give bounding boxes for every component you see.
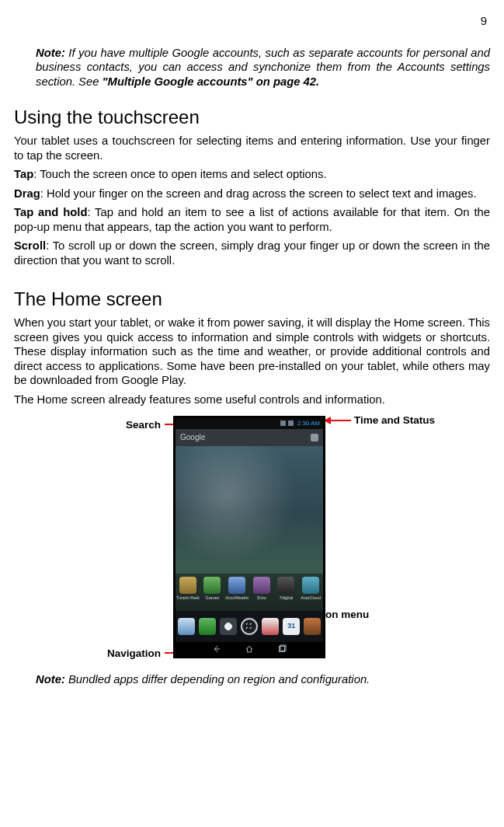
dock-app-2[interactable] [199, 618, 216, 635]
app-zinio[interactable]: Zinio [250, 577, 273, 601]
google-search-bar[interactable]: Google [176, 429, 323, 446]
term-tap-hold: Tap and hold [14, 206, 87, 218]
app-7digital[interactable]: 7digital [274, 577, 297, 601]
navigation-bar [176, 642, 323, 656]
term-scroll: Scroll [14, 239, 46, 252]
top-note: Note: If you have multiple Google accoun… [36, 46, 490, 89]
app-label: 7digital [274, 595, 297, 601]
home-icon[interactable] [244, 644, 255, 654]
recent-icon[interactable] [276, 644, 287, 654]
app-icon [179, 577, 196, 594]
home-p2: The Home screen already features some us… [14, 393, 490, 407]
app-label: Games [200, 595, 224, 601]
callout-search: Search [126, 419, 161, 432]
note-text: Bundled apps differ depending on region … [65, 673, 370, 686]
touchscreen-intro: Your tablet uses a touchscreen for selec… [14, 134, 490, 162]
dock-app-calendar[interactable] [283, 618, 300, 635]
app-label: AcerCloud [299, 595, 322, 601]
app-label: AccuWeather [225, 595, 249, 601]
def-tap: Tap: Touch the screen once to open items… [14, 167, 490, 181]
bottom-note: Note: Bundled apps differ depending on r… [36, 672, 490, 686]
battery-icon [288, 420, 294, 426]
text-scroll: : To scroll up or down the screen, simpl… [14, 239, 490, 266]
app-label: Zinio [250, 595, 273, 601]
text-drag: : Hold your finger on the screen and dra… [40, 187, 477, 200]
app-icon [277, 577, 294, 594]
term-drag: Drag [14, 187, 40, 200]
def-scroll: Scroll: To scroll up or down the screen,… [14, 239, 490, 267]
heading-using-touchscreen: Using the touchscreen [14, 106, 490, 129]
def-tap-hold: Tap and hold: Tap and hold an item to se… [14, 205, 490, 234]
term-tap: Tap [14, 168, 33, 180]
note-label: Note: [36, 47, 65, 59]
favorites-dock [176, 611, 323, 642]
dock-app-gmail[interactable] [262, 618, 279, 635]
note-label: Note: [36, 673, 65, 686]
home-screen-figure: Search Time and Status Application menu … [14, 413, 490, 666]
app-icon [302, 577, 319, 594]
status-bar: 2:30 AM [176, 418, 323, 429]
app-icon [253, 577, 270, 594]
signal-icon [280, 420, 286, 426]
home-p1: When you start your tablet, or wake it f… [14, 316, 490, 387]
status-time: 2:30 AM [297, 420, 320, 427]
app-icon [203, 577, 221, 594]
app-icon [228, 577, 245, 594]
back-icon[interactable] [211, 644, 222, 654]
search-placeholder: Google [180, 433, 205, 443]
widget-app-row: TuneIn Radio Games AccuWeather Zinio 7di… [176, 574, 323, 611]
app-drawer-icon[interactable] [241, 618, 258, 635]
app-label: TuneIn Radio [176, 595, 200, 601]
page-number: 9 [14, 14, 490, 29]
dock-app-play[interactable] [178, 618, 195, 635]
mic-icon[interactable] [311, 434, 318, 441]
callout-time-status: Time and Status [354, 414, 435, 427]
note-emphasis: "Multiple Google accounts" on page 42. [103, 75, 320, 88]
callout-navigation: Navigation [107, 647, 161, 661]
app-games[interactable]: Games [200, 577, 224, 601]
def-drag: Drag: Hold your finger on the screen and… [14, 187, 490, 201]
tablet-screen: 2:30 AM Google TuneIn Radio Games AccuWe… [176, 418, 323, 656]
tablet-screenshot: 2:30 AM Google TuneIn Radio Games AccuWe… [173, 416, 325, 658]
text-tap: : Touch the screen once to open items an… [33, 168, 326, 180]
app-acercloud[interactable]: AcerCloud [299, 577, 322, 601]
dock-app-books[interactable] [304, 618, 321, 635]
app-tunein[interactable]: TuneIn Radio [176, 577, 200, 601]
heading-home-screen: The Home screen [14, 288, 490, 311]
app-accuweather[interactable]: AccuWeather [225, 577, 249, 601]
dock-app-maps[interactable] [220, 618, 237, 635]
arrow-time-status [325, 420, 351, 421]
